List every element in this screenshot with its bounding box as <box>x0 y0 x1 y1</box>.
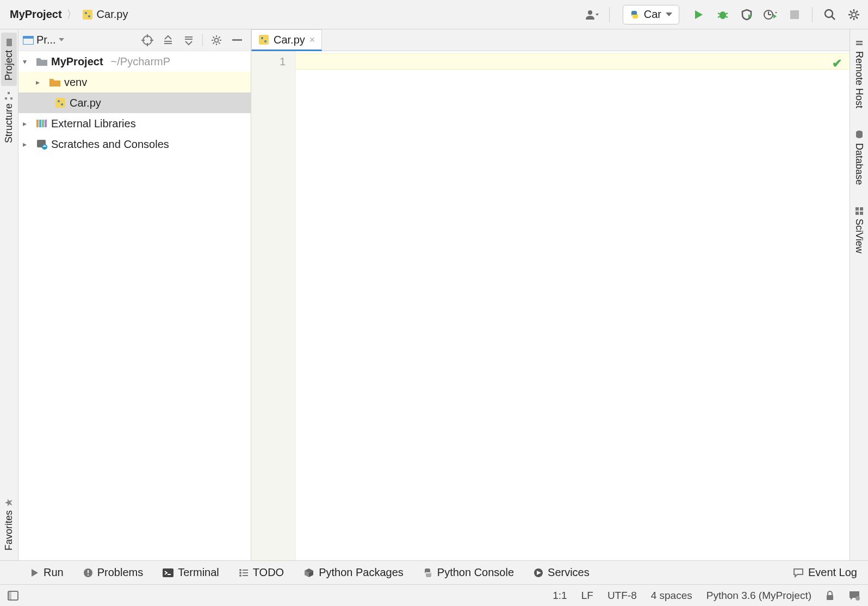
search-icon <box>824 9 836 21</box>
python-console-tab[interactable]: Python Console <box>423 566 514 579</box>
project-view-selector[interactable]: Pr... <box>23 34 64 46</box>
status-bar: 1:1 LF UTF-8 4 spaces Python 3.6 (MyProj… <box>0 584 868 606</box>
gutter: 1 <box>251 51 296 560</box>
tree-venv[interactable]: ▸ venv <box>18 72 251 92</box>
breadcrumb: MyProject 〉 Car.py <box>4 7 128 22</box>
database-tab[interactable]: Database <box>851 126 867 189</box>
project-view-icon <box>23 36 34 45</box>
favorites-tool-tab[interactable]: Favorites <box>1 493 17 556</box>
run-coverage-button[interactable] <box>737 5 757 24</box>
project-tool-tab[interactable]: Project <box>1 33 17 86</box>
editor-body[interactable]: 1 ✔ <box>251 51 850 560</box>
svg-line-44 <box>213 36 215 38</box>
tree-external-libraries[interactable]: ▸ External Libraries <box>18 113 251 134</box>
indent-setting[interactable]: 4 spaces <box>651 590 692 602</box>
terminal-tab-label: Terminal <box>178 566 219 579</box>
sciview-tab[interactable]: SciView <box>851 202 867 258</box>
run-tool-tab[interactable]: Run <box>30 566 64 579</box>
hide-panel-button[interactable] <box>228 31 246 50</box>
tree-extlib-label: External Libraries <box>51 118 136 130</box>
project-tab-label: Project <box>3 50 15 81</box>
run-config-selector[interactable]: Car <box>623 5 679 24</box>
svg-rect-63 <box>856 44 863 45</box>
svg-rect-82 <box>8 591 11 600</box>
tree-root-path: ~/PycharmP <box>111 55 170 68</box>
panel-settings-button[interactable] <box>207 31 226 50</box>
user-dropdown-button[interactable] <box>582 5 602 24</box>
debug-button[interactable] <box>713 5 733 24</box>
folder-icon <box>49 77 61 87</box>
services-tab-label: Services <box>548 566 590 579</box>
chevron-down-icon <box>59 38 64 42</box>
tree-car-file[interactable]: Car.py <box>18 92 251 113</box>
svg-point-76 <box>239 572 241 574</box>
tree-scratches-label: Scratches and Consoles <box>51 138 169 151</box>
svg-point-4 <box>720 11 726 19</box>
remote-host-tab[interactable]: Remote Host <box>851 35 867 113</box>
gear-icon <box>848 9 860 21</box>
line-number: 1 <box>251 55 286 68</box>
svg-line-8 <box>726 16 728 17</box>
project-tree[interactable]: ▾ MyProject ~/PycharmP ▸ venv Car.py ▸ E… <box>18 51 251 560</box>
svg-point-3 <box>588 10 592 15</box>
favorites-tab-label: Favorites <box>3 510 15 551</box>
todo-tool-tab[interactable]: TODO <box>239 566 284 579</box>
run-button[interactable] <box>689 5 709 24</box>
breadcrumb-project[interactable]: MyProject <box>4 8 62 21</box>
project-view-label: Pr... <box>36 34 56 46</box>
close-tab-button[interactable]: × <box>309 34 315 46</box>
stop-icon <box>790 10 799 19</box>
python-packages-tab[interactable]: Python Packages <box>303 566 404 579</box>
services-tool-tab[interactable]: Services <box>534 566 590 579</box>
collapse-all-icon <box>183 35 194 46</box>
terminal-tool-tab[interactable]: Terminal <box>163 566 219 579</box>
svg-point-78 <box>239 574 241 577</box>
inspection-ok-icon[interactable]: ✔ <box>832 57 842 71</box>
bug-icon <box>717 9 729 21</box>
tree-venv-label: venv <box>64 76 87 89</box>
collapse-all-button[interactable] <box>179 31 198 50</box>
ide-status-icon[interactable] <box>848 590 860 601</box>
structure-tool-tab[interactable]: Structure <box>1 86 17 149</box>
svg-rect-25 <box>5 97 8 100</box>
main-area: Project Structure Favorites Pr... <box>0 29 868 560</box>
stop-button[interactable] <box>785 5 804 24</box>
svg-rect-72 <box>163 568 173 577</box>
chevron-right-icon: ▸ <box>36 78 46 86</box>
tree-root[interactable]: ▾ MyProject ~/PycharmP <box>18 51 251 72</box>
tree-car-file-label: Car.py <box>70 97 101 109</box>
run-config-label: Car <box>644 8 661 21</box>
line-separator[interactable]: LF <box>581 590 593 602</box>
python-file-icon <box>82 9 94 21</box>
search-everywhere-button[interactable] <box>820 5 840 24</box>
svg-point-15 <box>852 13 856 17</box>
editor-tab-car[interactable]: Car.py × <box>251 29 322 51</box>
settings-button[interactable] <box>844 5 864 24</box>
event-log-tab[interactable]: Event Log <box>793 566 857 579</box>
lock-icon[interactable] <box>826 591 834 601</box>
expand-all-button[interactable] <box>159 31 177 50</box>
caret-position[interactable]: 1:1 <box>553 590 567 602</box>
sciview-icon <box>855 207 864 215</box>
svg-rect-59 <box>259 35 269 45</box>
breadcrumb-file[interactable]: Car.py <box>82 8 128 21</box>
profiler-icon <box>764 9 778 21</box>
play-icon <box>30 568 39 577</box>
tool-window-quick-access-icon[interactable] <box>8 591 18 601</box>
python-interpreter[interactable]: Python 3.6 (MyProject) <box>706 590 811 602</box>
chevron-down-icon: ▾ <box>23 57 33 66</box>
profile-button[interactable] <box>761 5 780 24</box>
file-encoding[interactable]: UTF-8 <box>607 590 637 602</box>
code-area[interactable]: ✔ <box>296 51 850 560</box>
select-opened-file-button[interactable] <box>138 31 157 50</box>
svg-rect-26 <box>11 97 13 100</box>
svg-line-20 <box>850 11 852 13</box>
problems-tool-tab[interactable]: Problems <box>83 566 143 579</box>
library-icon <box>36 119 48 128</box>
todo-tab-label: TODO <box>253 566 284 579</box>
chevron-right-icon: ▸ <box>23 140 33 149</box>
star-icon <box>5 498 14 507</box>
tree-scratches[interactable]: ▸ Scratches and Consoles <box>18 134 251 154</box>
svg-line-21 <box>856 17 858 18</box>
run-tab-label: Run <box>44 566 64 579</box>
